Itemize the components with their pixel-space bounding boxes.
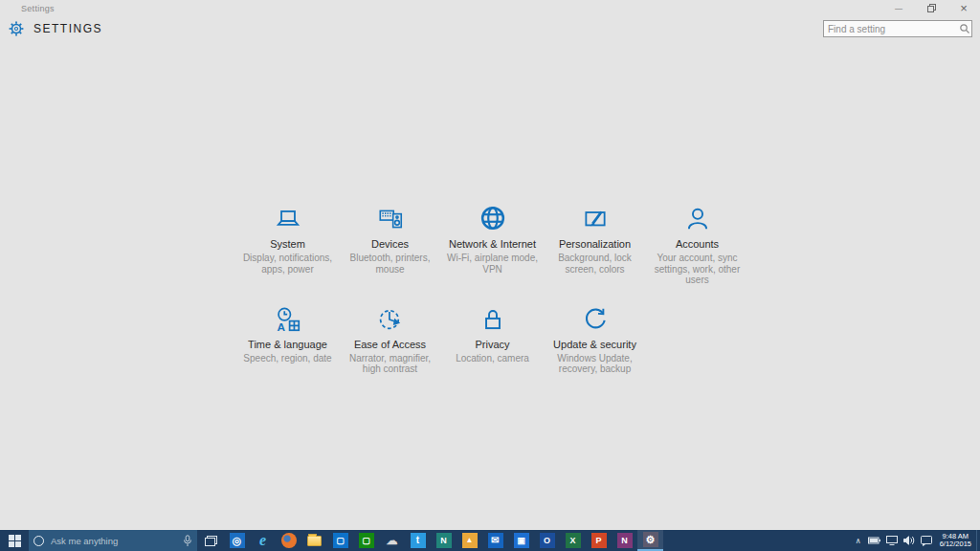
tile-subtitle: Location, camera [441, 353, 544, 364]
store-icon: ▢ [333, 533, 348, 548]
tile-subtitle: Background, lock screen, colors [544, 253, 646, 275]
twitter-icon: t [411, 533, 426, 548]
taskbar-app-insider-hub[interactable]: ◎ [224, 530, 250, 551]
cortana-search-bar[interactable]: Ask me anything [29, 530, 197, 551]
taskbar-app-firefox[interactable] [276, 530, 301, 551]
start-button[interactable] [0, 530, 29, 551]
search-icon[interactable] [958, 22, 971, 35]
taskbar-app-powerpoint[interactable]: P [586, 530, 612, 551]
task-view-icon [205, 536, 217, 546]
tile-privacy[interactable]: Privacy Location, camera [441, 302, 544, 375]
laptop-icon [274, 205, 302, 233]
taskbar-app-outlook[interactable]: O [534, 530, 560, 551]
taskbar-app-twitter[interactable]: t [405, 530, 431, 551]
tile-title: Personalization [544, 238, 646, 250]
store-beta-icon: ▢ [359, 533, 374, 548]
close-icon: × [960, 1, 968, 15]
app-amber-icon: ▲ [462, 533, 478, 548]
tile-title: System [236, 238, 339, 250]
outlook-icon: O [540, 533, 555, 548]
taskbar-app-internet-explorer[interactable]: e [250, 530, 276, 551]
insider-hub-icon: ◎ [230, 533, 245, 548]
tile-subtitle: Narrator, magnifier, high contrast [339, 353, 441, 375]
action-center-icon[interactable] [918, 530, 935, 551]
tile-title: Accounts [646, 238, 748, 250]
window-title: Settings [21, 4, 55, 13]
windows-logo-icon [9, 535, 21, 547]
tile-devices[interactable]: Devices Bluetooth, printers, mouse [339, 202, 441, 286]
taskbar-app-file-explorer[interactable] [301, 530, 327, 551]
taskbar-app-mail[interactable]: ✉ [482, 530, 508, 551]
firefox-icon [281, 533, 297, 548]
taskbar-app-phone-companion[interactable]: ☁ [379, 530, 405, 551]
taskbar-app-app-amber[interactable]: ▲ [457, 530, 482, 551]
find-setting-input[interactable] [824, 24, 958, 34]
close-button[interactable]: × [947, 0, 980, 15]
taskbar-app-photos[interactable]: ▣ [508, 530, 534, 551]
tile-update-security[interactable]: Update & security Windows Update, recove… [544, 302, 646, 375]
svg-text:A: A [277, 320, 285, 333]
phone-companion-icon: ☁ [385, 533, 400, 548]
taskbar-app-excel[interactable]: X [560, 530, 586, 551]
taskbar-apps: ◎e▢▢☁tN▲✉▣OXPN⚙ [224, 530, 663, 551]
person-icon [683, 205, 712, 233]
onenote-desktop-icon: N [617, 533, 633, 548]
devices-icon [376, 205, 405, 233]
tile-title: Update & security [544, 339, 646, 350]
taskbar-app-settings[interactable]: ⚙ [637, 530, 663, 551]
taskbar-app-store-beta[interactable]: ▢ [353, 530, 379, 551]
internet-explorer-icon: e [256, 533, 271, 548]
tile-network-internet[interactable]: Network & Internet Wi-Fi, airplane mode,… [441, 202, 544, 286]
tile-subtitle: Wi-Fi, airplane mode, VPN [441, 253, 544, 275]
tile-time-language[interactable]: A Time & language Speech, region, date [236, 302, 339, 375]
refresh-icon [581, 305, 610, 334]
settings-gear-icon [8, 20, 25, 37]
page-title: SETTINGS [33, 22, 102, 35]
taskbar-app-onenote-desktop[interactable]: N [612, 530, 637, 551]
cortana-icon [33, 536, 44, 546]
settings-icon: ⚙ [643, 532, 658, 547]
task-view-button[interactable] [197, 530, 224, 551]
photos-icon: ▣ [514, 533, 529, 548]
tile-subtitle: Your account, sync settings, work, other… [646, 253, 748, 286]
globe-icon [478, 203, 508, 233]
clock-language-icon: A [274, 305, 302, 334]
show-desktop-button[interactable] [976, 530, 980, 551]
tile-title: Privacy [441, 339, 544, 350]
clock-date: 6/12/2015 [940, 540, 971, 549]
ease-of-access-icon [376, 305, 405, 334]
tile-personalization[interactable]: Personalization Background, lock screen,… [544, 202, 646, 286]
tile-subtitle: Display, notifications, apps, power [236, 253, 339, 275]
tile-ease-of-access[interactable]: Ease of Access Narrator, magnifier, high… [339, 302, 441, 375]
maximize-button[interactable] [915, 0, 947, 15]
file-explorer-icon [307, 536, 322, 546]
onenote-app-icon: N [436, 533, 452, 548]
tile-system[interactable]: System Display, notifications, apps, pow… [236, 202, 339, 286]
window-controls: — × [882, 0, 980, 15]
minimize-button[interactable]: — [882, 0, 915, 15]
app-header: SETTINGS [8, 20, 102, 37]
volume-icon[interactable] [901, 530, 918, 551]
excel-icon: X [566, 533, 581, 548]
mail-icon: ✉ [488, 533, 503, 548]
hidden-icons-chevron[interactable]: ∧ [852, 530, 865, 551]
tile-subtitle: Windows Update, recovery, backup [544, 353, 646, 375]
tile-title: Time & language [236, 339, 339, 350]
battery-icon[interactable] [865, 530, 883, 551]
tile-title: Network & Internet [441, 238, 544, 250]
powerpoint-icon: P [591, 533, 607, 548]
find-setting-box [823, 20, 972, 37]
network-icon[interactable] [883, 530, 901, 551]
cortana-placeholder: Ask me anything [51, 536, 183, 546]
taskbar-clock[interactable]: 9:48 AM 6/12/2015 [935, 533, 976, 549]
tile-subtitle: Bluetooth, printers, mouse [339, 253, 441, 275]
personalization-icon [581, 205, 610, 233]
taskbar-app-store[interactable]: ▢ [327, 530, 353, 551]
restore-icon [927, 4, 936, 12]
tile-subtitle: Speech, region, date [236, 353, 339, 364]
taskbar-app-onenote-app[interactable]: N [431, 530, 457, 551]
microphone-icon[interactable] [183, 535, 192, 547]
taskbar: Ask me anything ◎e▢▢☁tN▲✉▣OXPN⚙ ∧ [0, 530, 980, 551]
tile-accounts[interactable]: Accounts Your account, sync settings, wo… [646, 202, 748, 286]
settings-category-grid: System Display, notifications, apps, pow… [236, 202, 748, 391]
